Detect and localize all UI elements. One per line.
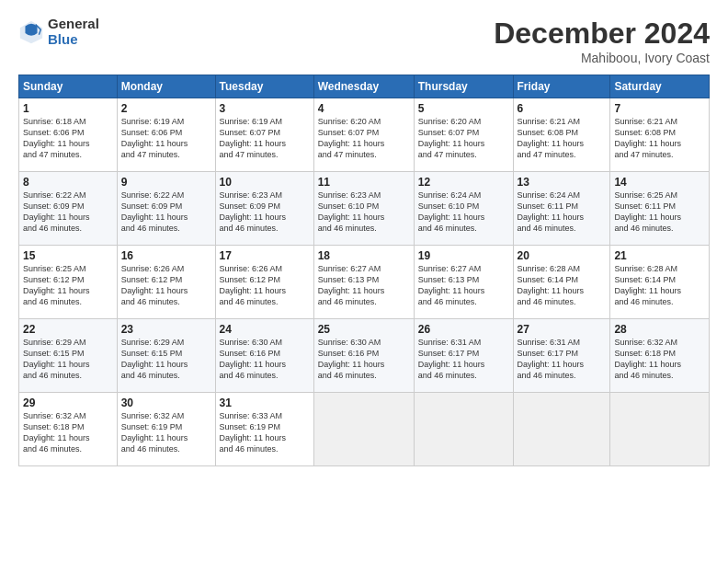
day-info: Sunrise: 6:25 AMSunset: 6:11 PMDaylight:… <box>614 190 705 235</box>
table-row: 1Sunrise: 6:18 AMSunset: 6:06 PMDaylight… <box>19 98 118 172</box>
day-info: Sunrise: 6:20 AMSunset: 6:07 PMDaylight:… <box>318 116 410 161</box>
day-number: 22 <box>23 323 113 336</box>
header-sunday: Sunday <box>19 75 118 98</box>
table-row: 25Sunrise: 6:30 AMSunset: 6:16 PMDayligh… <box>313 319 414 393</box>
day-number: 7 <box>614 102 705 115</box>
day-info: Sunrise: 6:32 AMSunset: 6:18 PMDaylight:… <box>614 337 705 382</box>
day-info: Sunrise: 6:28 AMSunset: 6:14 PMDaylight:… <box>518 263 607 308</box>
day-info: Sunrise: 6:26 AMSunset: 6:12 PMDaylight:… <box>220 263 310 308</box>
table-row: 6Sunrise: 6:21 AMSunset: 6:08 PMDaylight… <box>513 98 610 172</box>
header-friday: Friday <box>513 75 610 98</box>
calendar-table: Sunday Monday Tuesday Wednesday Thursday… <box>18 75 710 466</box>
day-info: Sunrise: 6:21 AMSunset: 6:08 PMDaylight:… <box>614 116 705 161</box>
day-info: Sunrise: 6:29 AMSunset: 6:15 PMDaylight:… <box>23 337 113 382</box>
day-number: 30 <box>121 396 211 409</box>
calendar-week-row: 8Sunrise: 6:22 AMSunset: 6:09 PMDaylight… <box>19 172 710 246</box>
header-saturday: Saturday <box>610 75 710 98</box>
calendar-week-row: 22Sunrise: 6:29 AMSunset: 6:15 PMDayligh… <box>19 319 710 393</box>
weekday-header-row: Sunday Monday Tuesday Wednesday Thursday… <box>19 75 710 98</box>
table-row: 15Sunrise: 6:25 AMSunset: 6:12 PMDayligh… <box>19 246 118 319</box>
logo-blue-text: Blue <box>48 32 99 48</box>
day-number: 19 <box>418 249 509 262</box>
day-info: Sunrise: 6:24 AMSunset: 6:11 PMDaylight:… <box>518 190 607 235</box>
logo: General Blue <box>18 17 99 47</box>
day-info: Sunrise: 6:18 AMSunset: 6:06 PMDaylight:… <box>23 116 113 161</box>
table-row: 10Sunrise: 6:23 AMSunset: 6:09 PMDayligh… <box>215 172 313 246</box>
day-number: 3 <box>220 102 310 115</box>
day-number: 24 <box>220 323 310 336</box>
table-row: 17Sunrise: 6:26 AMSunset: 6:12 PMDayligh… <box>215 246 313 319</box>
header-thursday: Thursday <box>414 75 513 98</box>
header-monday: Monday <box>117 75 215 98</box>
day-number: 4 <box>318 102 410 115</box>
day-number: 23 <box>121 323 211 336</box>
day-info: Sunrise: 6:32 AMSunset: 6:19 PMDaylight:… <box>121 410 211 455</box>
day-info: Sunrise: 6:22 AMSunset: 6:09 PMDaylight:… <box>121 190 211 235</box>
day-info: Sunrise: 6:27 AMSunset: 6:13 PMDaylight:… <box>318 263 410 308</box>
table-row: 9Sunrise: 6:22 AMSunset: 6:09 PMDaylight… <box>117 172 215 246</box>
month-title: December 2024 <box>494 17 710 51</box>
header-tuesday: Tuesday <box>215 75 313 98</box>
day-info: Sunrise: 6:31 AMSunset: 6:17 PMDaylight:… <box>418 337 509 382</box>
day-number: 13 <box>518 176 607 189</box>
table-row: 5Sunrise: 6:20 AMSunset: 6:07 PMDaylight… <box>414 98 513 172</box>
day-number: 14 <box>614 176 705 189</box>
table-row: 13Sunrise: 6:24 AMSunset: 6:11 PMDayligh… <box>513 172 610 246</box>
day-number: 18 <box>318 249 410 262</box>
table-row <box>610 393 710 466</box>
day-info: Sunrise: 6:31 AMSunset: 6:17 PMDaylight:… <box>518 337 607 382</box>
title-section: December 2024 Mahiboou, Ivory Coast <box>494 17 710 65</box>
calendar-week-row: 1Sunrise: 6:18 AMSunset: 6:06 PMDaylight… <box>19 98 710 172</box>
day-number: 20 <box>518 249 607 262</box>
table-row: 19Sunrise: 6:27 AMSunset: 6:13 PMDayligh… <box>414 246 513 319</box>
day-number: 29 <box>23 396 113 409</box>
table-row: 23Sunrise: 6:29 AMSunset: 6:15 PMDayligh… <box>117 319 215 393</box>
logo-icon <box>18 19 44 45</box>
day-number: 21 <box>614 249 705 262</box>
day-number: 26 <box>418 323 509 336</box>
day-info: Sunrise: 6:33 AMSunset: 6:19 PMDaylight:… <box>220 410 310 455</box>
day-info: Sunrise: 6:32 AMSunset: 6:18 PMDaylight:… <box>23 410 113 455</box>
logo-text: General Blue <box>48 17 99 47</box>
table-row: 4Sunrise: 6:20 AMSunset: 6:07 PMDaylight… <box>313 98 414 172</box>
header: General Blue December 2024 Mahiboou, Ivo… <box>18 17 710 65</box>
day-info: Sunrise: 6:27 AMSunset: 6:13 PMDaylight:… <box>418 263 509 308</box>
table-row: 27Sunrise: 6:31 AMSunset: 6:17 PMDayligh… <box>513 319 610 393</box>
day-info: Sunrise: 6:30 AMSunset: 6:16 PMDaylight:… <box>220 337 310 382</box>
day-info: Sunrise: 6:28 AMSunset: 6:14 PMDaylight:… <box>614 263 705 308</box>
day-info: Sunrise: 6:22 AMSunset: 6:09 PMDaylight:… <box>23 190 113 235</box>
day-info: Sunrise: 6:24 AMSunset: 6:10 PMDaylight:… <box>418 190 509 235</box>
table-row <box>414 393 513 466</box>
table-row: 21Sunrise: 6:28 AMSunset: 6:14 PMDayligh… <box>610 246 710 319</box>
table-row: 22Sunrise: 6:29 AMSunset: 6:15 PMDayligh… <box>19 319 118 393</box>
day-number: 6 <box>518 102 607 115</box>
day-info: Sunrise: 6:19 AMSunset: 6:06 PMDaylight:… <box>121 116 211 161</box>
table-row: 8Sunrise: 6:22 AMSunset: 6:09 PMDaylight… <box>19 172 118 246</box>
page: General Blue December 2024 Mahiboou, Ivo… <box>0 0 728 563</box>
day-number: 8 <box>23 176 113 189</box>
table-row: 14Sunrise: 6:25 AMSunset: 6:11 PMDayligh… <box>610 172 710 246</box>
day-number: 17 <box>220 249 310 262</box>
day-info: Sunrise: 6:29 AMSunset: 6:15 PMDaylight:… <box>121 337 211 382</box>
table-row: 7Sunrise: 6:21 AMSunset: 6:08 PMDaylight… <box>610 98 710 172</box>
table-row: 16Sunrise: 6:26 AMSunset: 6:12 PMDayligh… <box>117 246 215 319</box>
location: Mahiboou, Ivory Coast <box>494 51 710 65</box>
table-row: 30Sunrise: 6:32 AMSunset: 6:19 PMDayligh… <box>117 393 215 466</box>
table-row: 28Sunrise: 6:32 AMSunset: 6:18 PMDayligh… <box>610 319 710 393</box>
day-info: Sunrise: 6:19 AMSunset: 6:07 PMDaylight:… <box>220 116 310 161</box>
table-row: 20Sunrise: 6:28 AMSunset: 6:14 PMDayligh… <box>513 246 610 319</box>
logo-general-text: General <box>48 17 99 32</box>
table-row: 24Sunrise: 6:30 AMSunset: 6:16 PMDayligh… <box>215 319 313 393</box>
day-number: 28 <box>614 323 705 336</box>
day-number: 1 <box>23 102 113 115</box>
day-number: 2 <box>121 102 211 115</box>
day-number: 10 <box>220 176 310 189</box>
day-info: Sunrise: 6:20 AMSunset: 6:07 PMDaylight:… <box>418 116 509 161</box>
table-row: 3Sunrise: 6:19 AMSunset: 6:07 PMDaylight… <box>215 98 313 172</box>
day-info: Sunrise: 6:30 AMSunset: 6:16 PMDaylight:… <box>318 337 410 382</box>
day-number: 31 <box>220 396 310 409</box>
header-wednesday: Wednesday <box>313 75 414 98</box>
calendar-week-row: 15Sunrise: 6:25 AMSunset: 6:12 PMDayligh… <box>19 246 710 319</box>
day-info: Sunrise: 6:23 AMSunset: 6:10 PMDaylight:… <box>318 190 410 235</box>
day-number: 12 <box>418 176 509 189</box>
